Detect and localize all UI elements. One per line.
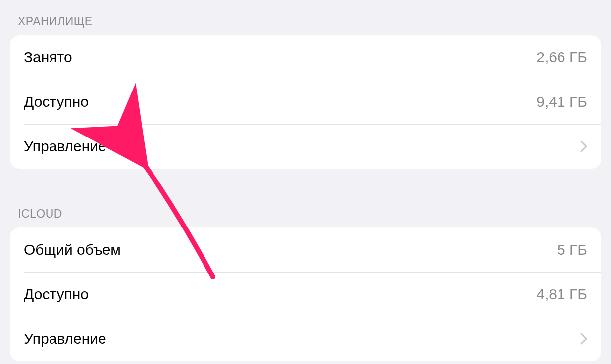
chevron-right-icon: [580, 140, 587, 152]
row-label: Доступно: [24, 286, 89, 303]
chevron-right-icon: [580, 333, 587, 345]
row-icloud-manage[interactable]: Управление: [10, 317, 601, 361]
row-label: Управление: [24, 138, 106, 155]
row-storage-available: Доступно 9,41 ГБ: [10, 80, 601, 124]
row-value: 5 ГБ: [557, 241, 587, 258]
row-label: Занято: [24, 49, 72, 66]
row-value: 4,81 ГБ: [536, 286, 587, 303]
row-label: Управление: [24, 330, 106, 347]
row-value: 9,41 ГБ: [536, 93, 587, 110]
row-value: 2,66 ГБ: [536, 49, 587, 66]
row-storage-used: Занято 2,66 ГБ: [10, 35, 601, 80]
group-storage: Занято 2,66 ГБ Доступно 9,41 ГБ Управлен…: [10, 35, 601, 169]
group-icloud: Общий объем 5 ГБ Доступно 4,81 ГБ Управл…: [10, 228, 601, 361]
row-icloud-available: Доступно 4,81 ГБ: [10, 272, 601, 317]
row-icloud-total: Общий объем 5 ГБ: [10, 228, 601, 272]
row-storage-manage[interactable]: Управление: [10, 124, 601, 169]
row-label: Доступно: [24, 93, 89, 110]
section-header-storage: ХРАНИЛИЩЕ: [10, 0, 601, 35]
section-header-icloud: ICLOUD: [10, 192, 601, 228]
row-label: Общий объем: [24, 241, 121, 258]
